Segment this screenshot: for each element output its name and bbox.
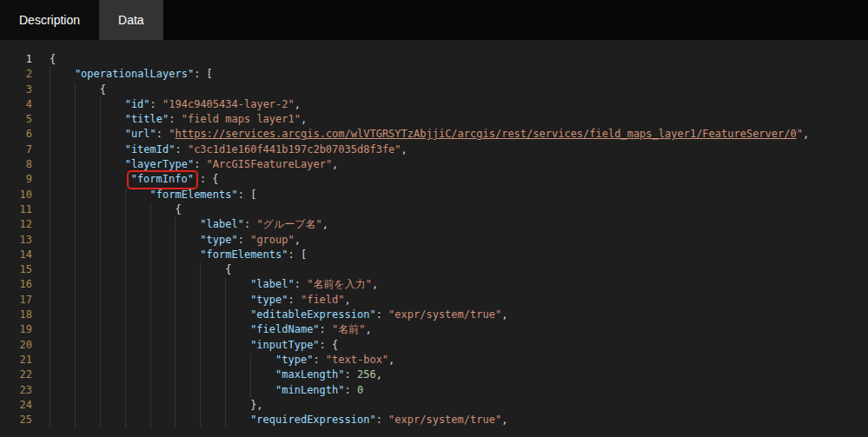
indent-guide — [75, 367, 100, 382]
indent-guide — [175, 277, 200, 292]
code-area[interactable]: {"operationalLayers": [{"id": "194c94054… — [42, 52, 868, 437]
token-str: "expr/system/true" — [388, 308, 501, 322]
indent-guide — [50, 308, 75, 322]
token-punct: : — [238, 233, 250, 248]
indent-guide — [100, 157, 125, 172]
indent-guide — [150, 338, 176, 353]
line-number: 6 — [0, 127, 32, 142]
token-punct: : — [320, 322, 332, 337]
json-editor[interactable]: 1234567891011121314151617181920212223242… — [0, 40, 868, 437]
indent-guide — [100, 248, 125, 262]
token-str: "expr/system/true" — [388, 413, 501, 427]
token-key: "type" — [200, 233, 237, 248]
indent-guide — [75, 353, 100, 367]
token-key: "editableExpression" — [250, 308, 376, 322]
indent-guide — [75, 383, 100, 398]
token-punct: , — [501, 413, 507, 427]
indent-guide — [100, 217, 125, 232]
token-str: "text-box" — [326, 353, 388, 367]
line-number: 19 — [0, 322, 32, 337]
indent-guide — [225, 277, 250, 292]
indent-guide — [50, 262, 75, 277]
tab-data[interactable]: Data — [99, 0, 163, 40]
line-number: 23 — [0, 383, 32, 398]
indent-guide — [175, 353, 200, 367]
line-number: 9 — [0, 172, 32, 187]
indent-guide — [175, 308, 200, 322]
token-key: "fieldName" — [250, 322, 319, 337]
indent-guide — [175, 367, 200, 382]
line-number: 11 — [0, 202, 32, 217]
indent-guide — [75, 127, 100, 142]
indent-guide — [50, 398, 75, 413]
indent-guide — [50, 97, 75, 112]
indent-guide — [75, 413, 100, 427]
indent-guide — [50, 277, 75, 292]
tab-description[interactable]: Description — [0, 0, 99, 40]
line-number: 3 — [0, 83, 32, 97]
token-str: "field maps layer1" — [182, 112, 301, 127]
code-line: "fieldName": "名前", — [50, 322, 868, 337]
indent-guide — [225, 353, 250, 367]
token-punct: : — [150, 97, 162, 112]
token-punct: : — [376, 413, 388, 427]
indent-guide — [75, 262, 100, 277]
token-str: "group" — [250, 233, 295, 248]
line-number: 13 — [0, 233, 32, 248]
indent-guide — [175, 338, 200, 353]
indent-guide — [100, 202, 125, 217]
token-punct: , — [401, 142, 407, 157]
indent-guide — [150, 413, 176, 427]
indent-guide — [75, 97, 100, 112]
indent-guide — [225, 293, 250, 308]
indent-guide — [100, 353, 125, 367]
code-line: "title": "field maps layer1", — [50, 112, 868, 127]
token-num: 256 — [357, 367, 376, 382]
code-line: "minLength": 0 — [50, 383, 868, 398]
line-number: 24 — [0, 398, 32, 413]
line-number: 4 — [0, 97, 32, 112]
indent-guide — [100, 262, 125, 277]
indent-guide — [50, 112, 75, 127]
indent-guide — [150, 383, 176, 398]
code-line: "inputType": { — [50, 338, 868, 353]
indent-guide — [75, 112, 100, 127]
indent-guide — [125, 293, 150, 308]
indent-guide — [225, 322, 250, 337]
token-punct: : [ — [194, 67, 213, 82]
indent-guide — [50, 217, 75, 232]
indent-guide — [125, 202, 150, 217]
indent-guide — [100, 127, 125, 142]
indent-guide — [50, 83, 75, 97]
line-number: 22 — [0, 367, 32, 382]
token-punct: : [ — [288, 248, 308, 262]
code-line: { — [50, 262, 868, 277]
token-punct: , — [501, 308, 507, 322]
feature-server-url-link[interactable]: https://services.arcgis.com/wlVTGRSYTzAb… — [175, 127, 796, 142]
token-str: " — [169, 127, 175, 142]
token-punct: , — [372, 277, 378, 292]
code-line: { — [50, 202, 868, 217]
indent-guide — [75, 188, 100, 202]
indent-guide — [75, 398, 100, 413]
code-line: "label": "グループ名", — [50, 217, 868, 232]
code-line: }, — [50, 398, 868, 413]
indent-guide — [100, 97, 125, 112]
indent-guide — [75, 322, 100, 337]
token-str: "c3c1d1e160f441b197c2b07035d8f3fe" — [188, 142, 401, 157]
indent-guide — [125, 353, 150, 367]
indent-guide — [75, 248, 100, 262]
line-number: 8 — [0, 157, 32, 172]
indent-guide — [125, 322, 150, 337]
indent-guide — [125, 367, 150, 382]
indent-guide — [175, 398, 200, 413]
line-number: 12 — [0, 217, 32, 232]
token-str: " — [797, 127, 803, 142]
token-punct: { — [175, 202, 181, 217]
tab-description-label: Description — [19, 13, 80, 27]
indent-guide — [175, 293, 200, 308]
token-key: "inputType" — [250, 338, 319, 353]
indent-guide — [150, 398, 176, 413]
line-number: 1 — [0, 52, 32, 67]
indent-guide — [125, 338, 150, 353]
